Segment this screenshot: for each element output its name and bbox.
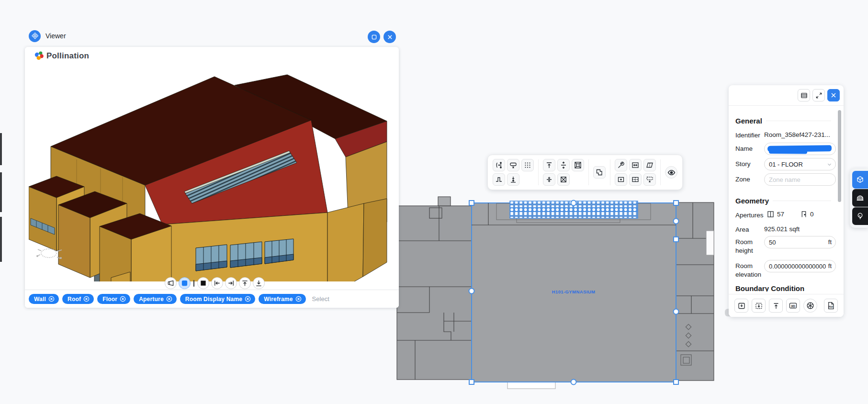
room-elevation-row: Room elevation ft: [735, 260, 836, 279]
align-top-button[interactable]: [543, 159, 555, 171]
plan-left-wing: [397, 197, 472, 380]
clipped-left-panel: [0, 172, 2, 212]
go-to-start-icon: [214, 280, 221, 287]
go-to-start-button[interactable]: [211, 277, 223, 289]
export-down-button[interactable]: [752, 299, 766, 313]
tree-mode-button[interactable]: [852, 207, 868, 225]
remove-subface-button[interactable]: [643, 173, 656, 186]
align-top-icon: [545, 161, 553, 169]
radial-wheel-button[interactable]: [803, 299, 817, 313]
zone-row: Zone: [735, 173, 836, 186]
add-subface-icon: [617, 176, 625, 183]
close-window-button[interactable]: [383, 31, 396, 43]
delete-face-button[interactable]: [507, 159, 519, 171]
zone-input[interactable]: [764, 173, 836, 186]
panel-scrollbar[interactable]: [838, 110, 841, 202]
brand-name: Pollination: [46, 51, 89, 61]
window-title: Viewer: [45, 32, 66, 40]
filter-chip-wireframe[interactable]: Wireframe: [259, 294, 305, 304]
expand-panel-button[interactable]: [812, 89, 825, 101]
maximize-icon: [372, 34, 377, 40]
shaded-view-icon: [181, 280, 188, 287]
filter-chip-aperture[interactable]: Aperture: [134, 294, 177, 304]
ignore-face-button[interactable]: [557, 173, 570, 186]
merge-points-button[interactable]: [493, 159, 505, 171]
room-elevation-input[interactable]: [764, 260, 836, 272]
viewer-app-icon: [29, 30, 41, 42]
sun-orientation-gizmo[interactable]: [36, 246, 63, 262]
expand-icon: [815, 92, 823, 99]
filter-chip-room-display-name[interactable]: Room Display Name: [180, 294, 255, 304]
export-pdf-button[interactable]: PDF: [824, 299, 838, 313]
snap-to-point-button[interactable]: [507, 173, 519, 186]
remove-chip-icon[interactable]: [245, 296, 251, 302]
remove-chip-icon[interactable]: [166, 296, 172, 302]
fix-geometry-button[interactable]: [615, 159, 627, 171]
selected-room[interactable]: H101-GYMNASIUM: [472, 201, 676, 382]
add-subface-button[interactable]: [615, 173, 627, 186]
view-3d-button[interactable]: 3D: [786, 299, 800, 313]
pdf-icon: PDF: [827, 302, 835, 310]
room-height-row: Room height ft: [735, 236, 836, 255]
name-row: Name: [735, 143, 836, 155]
viewer-window: Pollination: [25, 47, 399, 308]
skew-face-button[interactable]: [643, 159, 656, 171]
view-toolbar: [165, 277, 265, 290]
filter-chip-floor[interactable]: Floor: [97, 294, 130, 304]
filter-chips-bar: Wall Roof Floor Aperture Room Display Na…: [25, 290, 399, 308]
grid-points-icon: [524, 161, 531, 169]
building-3d-model[interactable]: [29, 61, 388, 281]
remove-chip-icon[interactable]: [295, 296, 302, 302]
collapse-vertical-button[interactable]: [543, 173, 555, 186]
cube-3d-mode-button[interactable]: [852, 171, 868, 189]
elevation-up-button[interactable]: [769, 299, 783, 313]
remove-chip-icon[interactable]: [48, 296, 55, 302]
editing-toolbar: [487, 155, 683, 190]
grid-points-button[interactable]: [521, 159, 534, 171]
floor-plan[interactable]: H101-GYMNASIUM: [396, 193, 715, 392]
windows-count: 57: [777, 211, 784, 218]
apertures-row: Apertures 57 0: [735, 209, 836, 220]
perspective-view-button[interactable]: [165, 277, 177, 289]
table-view-button[interactable]: [798, 89, 810, 101]
visibility-button[interactable]: [665, 166, 677, 179]
room-properties-panel: General Identifier Room_358ef427-231... …: [729, 85, 844, 317]
view-bottom-icon: [255, 280, 262, 287]
view-top-icon: [241, 280, 248, 287]
step-edge-button[interactable]: [493, 173, 505, 186]
offset-boundary-button[interactable]: [572, 159, 584, 171]
identifier-row: Identifier Room_358ef427-231...: [735, 129, 836, 140]
shaded-view-button[interactable]: [179, 277, 191, 289]
identifier-value: Room_358ef427-231...: [764, 129, 830, 138]
room-height-input[interactable]: [764, 236, 836, 248]
filter-chip-roof[interactable]: Roof: [62, 294, 94, 304]
split-grid-button[interactable]: [629, 173, 642, 186]
plan-right-wing: [676, 202, 714, 381]
close-panel-button[interactable]: [827, 89, 840, 101]
story-select[interactable]: [764, 158, 836, 170]
maximize-button[interactable]: [368, 31, 380, 43]
svg-text:3D: 3D: [791, 304, 795, 308]
chevron-down-icon: [827, 162, 832, 167]
doors-count: 0: [810, 211, 814, 218]
filter-chip-wall[interactable]: Wall: [29, 294, 59, 304]
remove-chip-icon[interactable]: [83, 296, 90, 302]
save-import-button[interactable]: [734, 299, 748, 313]
distribute-vertical-icon: [560, 161, 567, 169]
remove-chip-icon[interactable]: [120, 296, 126, 302]
table-view-icon: [800, 92, 808, 99]
scale-bounds-button[interactable]: [629, 159, 642, 171]
go-to-end-button[interactable]: [225, 277, 237, 289]
merge-rooms-button[interactable]: [593, 166, 606, 179]
view-top-button[interactable]: [239, 277, 251, 289]
select-placeholder[interactable]: Select: [312, 295, 329, 303]
building-mode-button[interactable]: [852, 189, 868, 207]
tree-icon: [856, 212, 864, 220]
visibility-icon: [667, 168, 676, 177]
export-down-icon: [755, 302, 763, 310]
view-bottom-button[interactable]: [253, 277, 265, 289]
viewer-titlebar[interactable]: Viewer: [25, 25, 399, 47]
solid-view-button[interactable]: [197, 277, 209, 289]
distribute-vertical-button[interactable]: [557, 159, 570, 171]
display-mode-rail: [850, 168, 868, 228]
